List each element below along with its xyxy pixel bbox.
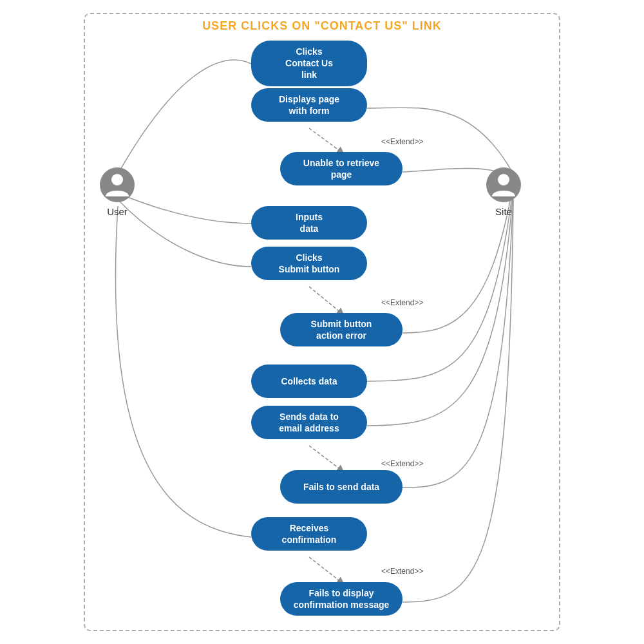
svg-point-5 — [498, 174, 509, 185]
node-receives-confirmation: Receives confirmation — [251, 517, 367, 551]
diagram-title: USER CLICKS ON "CONTACT US" LINK — [0, 19, 644, 33]
node-clicks-contact-us: Clicks Contact Us link — [251, 41, 367, 86]
user-icon — [100, 167, 135, 202]
node-sends-data: Sends data to email address — [251, 406, 367, 439]
actor-user: User — [100, 167, 135, 217]
extend-label-2: <<Extend>> — [381, 298, 423, 307]
node-inputs-data: Inputs data — [251, 206, 367, 240]
page-container: USER CLICKS ON "CONTACT US" LINK — [0, 0, 644, 644]
site-icon — [486, 167, 521, 202]
node-submit-error: Submit button action error — [280, 313, 402, 346]
svg-point-4 — [111, 174, 123, 185]
node-displays-page: Displays page with form — [251, 88, 367, 122]
extend-label-3: <<Extend>> — [381, 459, 423, 468]
user-label: User — [107, 206, 128, 217]
node-collects-data: Collects data — [251, 365, 367, 398]
node-fails-send: Fails to send data — [280, 470, 402, 504]
node-fails-display: Fails to display confirmation message — [280, 582, 402, 616]
actor-site: Site — [486, 167, 521, 217]
node-unable-retrieve: Unable to retrieve page — [280, 152, 402, 185]
extend-label-4: <<Extend>> — [381, 567, 423, 576]
site-label: Site — [495, 206, 512, 217]
node-clicks-submit: Clicks Submit button — [251, 247, 367, 280]
extend-label-1: <<Extend>> — [381, 137, 423, 146]
